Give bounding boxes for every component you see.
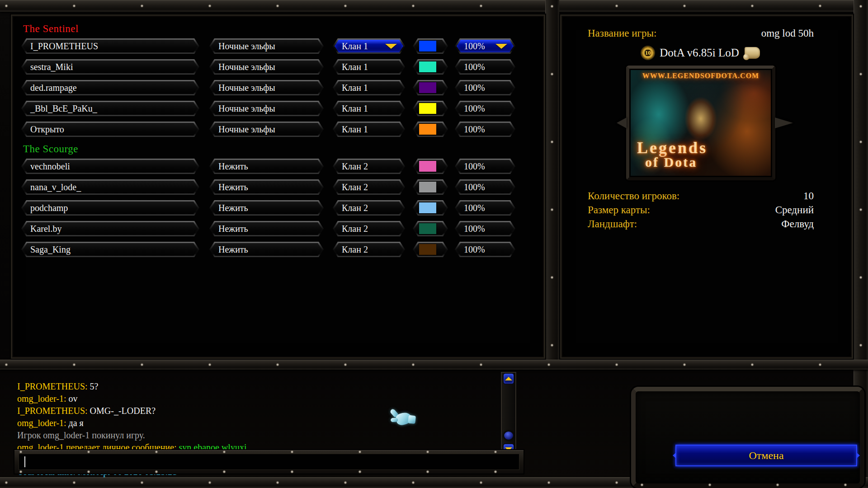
- cancel-button[interactable]: Отмена: [675, 445, 857, 466]
- frame-spike-right-icon: [775, 117, 793, 128]
- race-dropdown[interactable]: Нежить: [209, 179, 324, 195]
- player-row: sestra_Miki Ночные эльфы Клан 1 100%: [21, 59, 544, 75]
- player-name-slot: Karel.by: [21, 221, 199, 236]
- player-name: Karel.by: [30, 224, 61, 234]
- color-dropdown[interactable]: [413, 221, 448, 236]
- chat-input[interactable]: [19, 454, 519, 470]
- handicap-dropdown[interactable]: 100%: [455, 80, 515, 95]
- handicap-dropdown[interactable]: 100%: [455, 221, 515, 236]
- color-dropdown[interactable]: [413, 122, 448, 137]
- clan-dropdown[interactable]: Клан 1: [333, 38, 405, 54]
- player-row: vechnobeli Нежить Клан 2 100%: [21, 159, 544, 174]
- map-title: DotA v6.85i LoD: [660, 47, 739, 59]
- player-row: podchamp Нежить Клан 2 100%: [21, 200, 544, 216]
- open-slot-dropdown[interactable]: Открыто: [21, 122, 199, 137]
- color-dropdown[interactable]: [413, 159, 448, 174]
- scroll-up-button[interactable]: [503, 373, 514, 385]
- handicap-dropdown[interactable]: 100%: [455, 101, 515, 116]
- map-logo-text: Legends of Dota: [637, 140, 708, 169]
- race-dropdown[interactable]: Нежить: [209, 242, 324, 257]
- player-name: ded.rampage: [30, 83, 77, 93]
- handicap-dropdown[interactable]: 100%: [455, 159, 515, 174]
- color-dropdown[interactable]: [413, 200, 448, 216]
- color-dropdown[interactable]: [413, 101, 448, 116]
- chat-message: I_PROMETHEUS: OMG-_-LODER?: [17, 405, 492, 417]
- map-size-label: Размер карты:: [588, 204, 650, 216]
- map-stats: Количество игроков:10 Размер карты:Средн…: [588, 190, 814, 230]
- color-dropdown[interactable]: [413, 242, 448, 257]
- player-name: sestra_Miki: [30, 62, 73, 72]
- player-name-slot: vechnobeli: [21, 159, 199, 174]
- player-color-swatch: [419, 41, 436, 52]
- player-name: Saga_King: [30, 244, 71, 255]
- color-dropdown[interactable]: [413, 179, 448, 195]
- player-color-swatch: [419, 161, 436, 172]
- color-dropdown[interactable]: [413, 38, 448, 54]
- map-preview: WWW.LEGENDSOFDOTA.COM Legends of Dota: [626, 66, 775, 180]
- mid-metal-bar: [0, 360, 868, 370]
- chat-message: I_PROMETHEUS: 5?: [17, 380, 492, 393]
- players-count-value: 10: [803, 190, 814, 202]
- player-row: I_PROMETHEUS Ночные эльфы Клан 1 100%: [21, 38, 544, 54]
- clan-dropdown[interactable]: Клан 2: [333, 179, 405, 195]
- race-dropdown[interactable]: Нежить: [209, 200, 324, 216]
- player-color-swatch: [419, 182, 436, 192]
- scroll-up-icon: [505, 377, 512, 380]
- tileset-value: Фелвуд: [781, 218, 814, 230]
- tileset-label: Ландшафт:: [588, 218, 637, 230]
- clan-dropdown[interactable]: Клан 1: [333, 122, 405, 137]
- player-row: _Bbl_BcE_PaKu_ Ночные эльфы Клан 1 100%: [21, 101, 544, 116]
- slot-status: Открыто: [30, 124, 64, 135]
- player-name: nana_v_lode_: [30, 182, 81, 192]
- player-name-slot: ded.rampage: [21, 80, 199, 95]
- chat-input-frame: [14, 449, 524, 474]
- clan-dropdown[interactable]: Клан 1: [333, 101, 405, 116]
- chevron-down-icon: [495, 44, 507, 49]
- player-name-slot: sestra_Miki: [21, 59, 199, 75]
- wc3-game-lobby: The Sentinel I_PROMETHEUS Ночные эльфы К…: [0, 0, 868, 488]
- team-header-sentinel: The Sentinel: [23, 23, 544, 35]
- clan-dropdown[interactable]: Клан 2: [333, 159, 405, 174]
- race-dropdown[interactable]: Нежить: [209, 221, 324, 236]
- player-color-swatch: [419, 103, 436, 114]
- game-name-value: omg lod 50h: [761, 28, 814, 39]
- race-dropdown[interactable]: Ночные эльфы: [209, 122, 324, 137]
- player-name: podchamp: [30, 203, 68, 213]
- chat-message: omg_loder-1: да я: [17, 417, 492, 429]
- chat-message: omg_loder-1: ov: [17, 393, 492, 405]
- race-dropdown[interactable]: Нежить: [209, 159, 324, 174]
- race-dropdown[interactable]: Ночные эльфы: [209, 59, 324, 75]
- player-color-swatch: [419, 61, 436, 72]
- clan-dropdown[interactable]: Клан 2: [333, 200, 405, 216]
- gear-player-count-icon: 10: [642, 47, 654, 59]
- player-color-swatch: [419, 244, 436, 255]
- handicap-dropdown[interactable]: 100%: [455, 38, 515, 54]
- chevron-down-icon: [385, 44, 397, 49]
- color-dropdown[interactable]: [413, 80, 448, 95]
- handicap-dropdown[interactable]: 100%: [455, 59, 515, 75]
- race-dropdown[interactable]: Ночные эльфы: [209, 80, 324, 95]
- handicap-dropdown[interactable]: 100%: [455, 122, 515, 137]
- color-dropdown[interactable]: [413, 59, 448, 75]
- bottom-right-frame: Отмена: [631, 387, 864, 488]
- clan-dropdown[interactable]: Клан 2: [333, 221, 405, 236]
- player-row: nana_v_lode_ Нежить Клан 2 100%: [21, 179, 544, 195]
- frame-spike-left-icon: [617, 117, 627, 128]
- clan-dropdown[interactable]: Клан 1: [333, 80, 405, 95]
- player-row: Saga_King Нежить Клан 2 100%: [21, 242, 544, 257]
- map-preview-art: WWW.LEGENDSOFDOTA.COM Legends of Dota: [631, 70, 771, 176]
- handicap-dropdown[interactable]: 100%: [455, 242, 515, 257]
- map-url-text: WWW.LEGENDSOFDOTA.COM: [631, 72, 771, 80]
- race-dropdown[interactable]: Ночные эльфы: [209, 38, 324, 54]
- handicap-dropdown[interactable]: 100%: [455, 179, 515, 195]
- clan-dropdown[interactable]: Клан 1: [333, 59, 405, 75]
- text-caret-icon: [24, 456, 25, 467]
- clan-dropdown[interactable]: Клан 2: [333, 242, 405, 257]
- chat-scrollbar[interactable]: [501, 372, 516, 456]
- player-name: vechnobeli: [30, 161, 70, 172]
- scrollbar-thumb[interactable]: [503, 431, 514, 441]
- player-name: _Bbl_BcE_PaKu_: [30, 103, 97, 114]
- race-dropdown[interactable]: Ночные эльфы: [209, 101, 324, 116]
- game-info-panel: Название игры: omg lod 50h 10 DotA v6.85…: [560, 14, 853, 359]
- handicap-dropdown[interactable]: 100%: [455, 200, 515, 216]
